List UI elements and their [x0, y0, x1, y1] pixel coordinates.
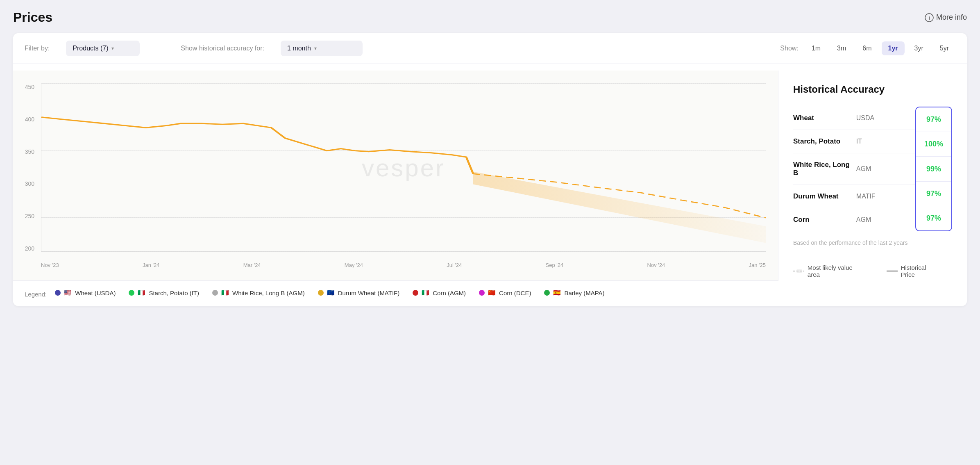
corn-dce-dot [479, 290, 485, 296]
x-label-nov24: Nov '24 [647, 262, 665, 268]
legend-area: Legend: 🇺🇸 Wheat (USDA) 🇮🇹 Starch, Potat [13, 280, 778, 306]
acc-durum-source: MATIF [856, 193, 909, 200]
chevron-down-icon: ▾ [111, 46, 114, 51]
svg-text:i: i [928, 15, 930, 21]
acc-wheat-product: Wheat [793, 114, 856, 122]
y-label-200: 200 [21, 245, 38, 252]
more-info-button[interactable]: i More info [925, 13, 967, 22]
time-btn-1m[interactable]: 1m [805, 41, 827, 55]
svg-rect-3 [796, 269, 802, 273]
x-axis: Nov '23 Jan '24 Mar '24 May '24 Jul '24 … [41, 262, 766, 268]
accuracy-row-durum: Durum Wheat MATIF [793, 185, 915, 208]
legend-label: Legend: [25, 289, 47, 298]
historical-line [41, 117, 473, 174]
accuracy-row-starch: Starch, Potato IT [793, 130, 915, 153]
y-label-250: 250 [21, 213, 38, 219]
legend-item-wheat: 🇺🇸 Wheat (USDA) [55, 289, 116, 296]
historical-price-icon [887, 268, 898, 274]
panel-footnote: Based on the performance of the last 2 y… [793, 239, 952, 246]
legend-item-whiterice: 🇮🇹 White Rice, Long B (AGM) [212, 289, 305, 296]
starch-flag: 🇮🇹 [138, 289, 145, 296]
acc-wheat-source: USDA [856, 114, 909, 122]
chart-svg [41, 84, 766, 251]
filter-by-label: Filter by: [25, 45, 50, 52]
x-label-may24: May '24 [345, 262, 363, 268]
month-dropdown-value: 1 month [287, 45, 311, 52]
panel-title: Historical Accuracy [793, 84, 952, 95]
corn-agm-label: Corn (AGM) [433, 289, 466, 296]
right-panel: Historical Accuracy Wheat USDA Starch, P… [778, 71, 967, 306]
accuracy-row-whiterice: White Rice, Long B AGM [793, 153, 915, 185]
durum-label: Durum Wheat (MATIF) [338, 289, 400, 296]
most-likely-icon [793, 268, 804, 274]
chart-bottom-legend: Most likely value area Historical Price [793, 258, 952, 278]
show-label: Show: [780, 45, 798, 52]
x-label-jul24: Jul '24 [447, 262, 462, 268]
wheat-label: Wheat (USDA) [75, 289, 116, 296]
products-dropdown-value: Products (7) [73, 45, 108, 52]
chart-plot: vesper [41, 84, 766, 252]
barley-flag: 🇪🇸 [553, 289, 561, 296]
time-btn-6m[interactable]: 6m [856, 41, 878, 55]
x-label-jan25: Jan '25 [749, 262, 766, 268]
filter-bar: Filter by: Products (7) ▾ Show historica… [13, 33, 967, 64]
legend-historical-price: Historical Price [887, 264, 937, 278]
whiterice-label: White Rice, Long B (AGM) [232, 289, 305, 296]
whiterice-dot [212, 290, 218, 296]
whiterice-flag: 🇮🇹 [221, 289, 229, 296]
corn-agm-dot [413, 290, 418, 296]
acc-whiterice-product: White Rice, Long B [793, 161, 856, 177]
chart-container: 200 250 300 350 400 450 [21, 84, 770, 272]
x-label-jan24: Jan '24 [143, 262, 160, 268]
time-range-controls: Show: 1m 3m 6m 1yr 3yr 5yr [780, 41, 955, 55]
historical-price-label: Historical Price [901, 264, 937, 278]
time-btn-3m[interactable]: 3m [830, 41, 853, 55]
acc-corn-product: Corn [793, 216, 856, 224]
starch-label: Starch, Potato (IT) [149, 289, 199, 296]
accuracy-row-wheat: Wheat USDA [793, 107, 915, 130]
x-label-mar24: Mar '24 [243, 262, 261, 268]
month-dropdown[interactable]: 1 month ▾ [281, 41, 363, 56]
accuracy-content: Wheat USDA Starch, Potato IT White Rice,… [793, 107, 952, 231]
time-btn-5yr[interactable]: 5yr [933, 41, 955, 55]
acc-whiterice-source: AGM [856, 165, 909, 173]
time-btn-1yr[interactable]: 1yr [882, 41, 905, 55]
corn-dce-label: Corn (DCE) [499, 289, 531, 296]
legend-item-corn-dce: 🇨🇳 Corn (DCE) [479, 289, 531, 296]
legend-items: 🇺🇸 Wheat (USDA) 🇮🇹 Starch, Potato (IT) [55, 289, 604, 296]
more-info-label: More info [936, 13, 967, 22]
most-likely-label: Most likely value area [808, 264, 860, 278]
y-label-300: 300 [21, 180, 38, 187]
acc-whiterice-value: 99% [916, 157, 951, 181]
acc-corn-value: 97% [916, 206, 951, 230]
corn-dce-flag: 🇨🇳 [488, 289, 496, 296]
acc-starch-value: 100% [916, 132, 951, 157]
acc-durum-product: Durum Wheat [793, 192, 856, 201]
forecast-area [473, 172, 766, 243]
x-label-sep24: Sep '24 [546, 262, 564, 268]
acc-durum-value: 97% [916, 182, 951, 206]
y-label-350: 350 [21, 148, 38, 155]
main-content: 200 250 300 350 400 450 [13, 71, 967, 306]
chevron-down-icon-2: ▾ [314, 46, 317, 51]
acc-corn-source: AGM [856, 216, 909, 223]
wheat-dot [55, 290, 61, 296]
corn-agm-flag: 🇮🇹 [422, 289, 429, 296]
info-icon: i [925, 13, 934, 22]
barley-dot [544, 290, 550, 296]
page-title: Prices [13, 10, 52, 25]
page-header: Prices i More info [13, 10, 967, 25]
acc-wheat-value: 97% [916, 107, 951, 132]
durum-flag: 🇪🇺 [327, 289, 335, 296]
legend-item-starch: 🇮🇹 Starch, Potato (IT) [129, 289, 199, 296]
acc-starch-source: IT [856, 138, 909, 145]
wheat-flag: 🇺🇸 [64, 289, 72, 296]
accuracy-row-corn: Corn AGM [793, 208, 915, 231]
accuracy-left: Wheat USDA Starch, Potato IT White Rice,… [793, 107, 915, 231]
chart-area: 200 250 300 350 400 450 [13, 71, 778, 280]
show-accuracy-label: Show historical accuracy for: [181, 45, 264, 52]
durum-dot [318, 290, 324, 296]
products-dropdown[interactable]: Products (7) ▾ [66, 41, 140, 56]
legend-most-likely: Most likely value area [793, 264, 860, 278]
time-btn-3yr[interactable]: 3yr [908, 41, 930, 55]
